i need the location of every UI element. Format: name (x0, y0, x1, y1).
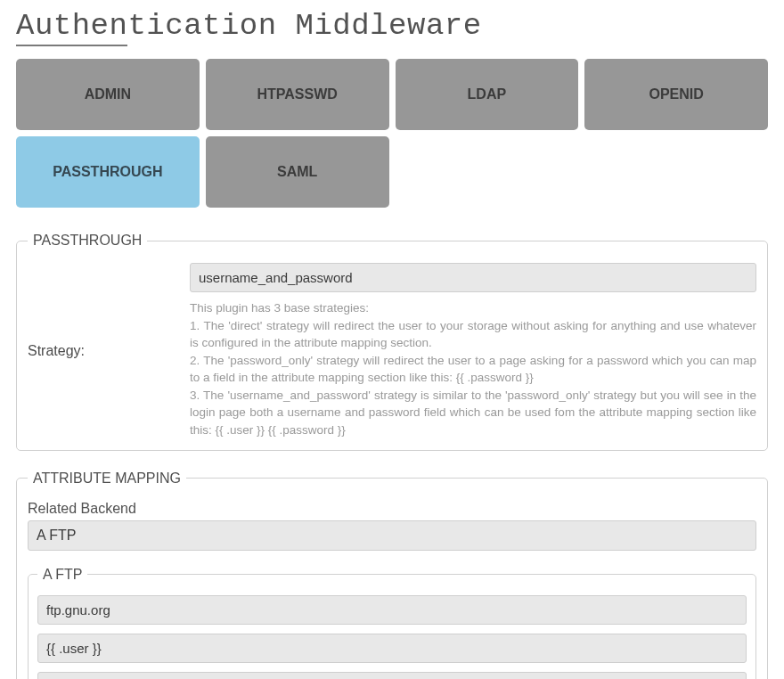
backend-legend: A FTP (37, 567, 87, 583)
tab-htpasswd[interactable]: HTPASSWD (206, 59, 389, 130)
help-line: 2. The 'password_only' strategy will red… (190, 352, 756, 387)
attribute-mapping-section: ATTRIBUTE MAPPING Related Backend A FTP (16, 470, 768, 680)
strategy-help-text: This plugin has 3 base strategies: 1. Th… (190, 299, 756, 439)
auth-tab-grid: ADMIN HTPASSWD LDAP OPENID PASSTHROUGH S… (16, 59, 768, 208)
attribute-mapping-legend: ATTRIBUTE MAPPING (28, 470, 186, 487)
passthrough-legend: PASSTHROUGH (28, 233, 147, 249)
tab-ldap[interactable]: LDAP (396, 59, 579, 130)
help-line: This plugin has 3 base strategies: (190, 299, 756, 317)
backend-section: A FTP (28, 567, 756, 680)
tab-passthrough[interactable]: PASSTHROUGH (16, 136, 200, 208)
backend-host-input[interactable] (37, 595, 747, 625)
strategy-input[interactable] (190, 263, 756, 292)
help-line: 3. The 'username_and_password' strategy … (190, 387, 756, 439)
tab-saml[interactable]: SAML (206, 136, 389, 208)
related-backend-select[interactable] (28, 520, 756, 551)
backend-password-input[interactable] (37, 672, 747, 680)
passthrough-section: PASSTHROUGH Strategy: This plugin has 3 … (16, 233, 768, 451)
related-backend-label: Related Backend (28, 501, 756, 517)
strategy-label: Strategy: (28, 343, 179, 359)
tab-admin[interactable]: ADMIN (16, 59, 200, 130)
backend-user-input[interactable] (37, 634, 747, 663)
help-line: 1. The 'direct' strategy will redirect t… (190, 317, 756, 352)
page-title-underlined: Authen (16, 9, 127, 46)
page-title: Authentication Middleware (0, 0, 784, 43)
tab-openid[interactable]: OPENID (584, 59, 768, 130)
page-title-rest: tication Middleware (127, 9, 481, 43)
